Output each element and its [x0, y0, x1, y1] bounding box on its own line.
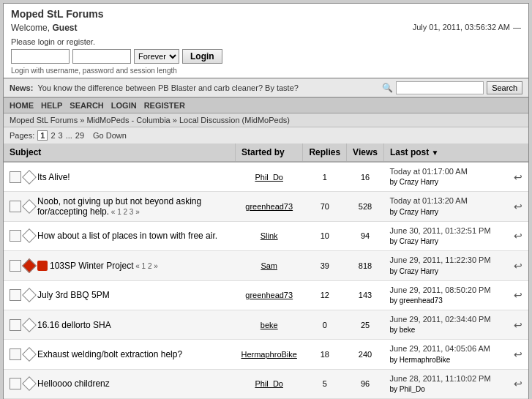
last-post-cell: June 29, 2011, 04:05:06 AMby HermaphroBi…: [383, 340, 528, 368]
started-by-link[interactable]: HermaphroBike: [241, 350, 296, 359]
last-post-info: June 29, 2011, 02:34:40 PMby beke: [389, 314, 490, 335]
views-cell: 16: [347, 162, 384, 192]
last-post-by-link[interactable]: by HermaphroBike: [389, 356, 450, 364]
last-post-by-link[interactable]: by beke: [389, 326, 415, 334]
post-status-icon: [10, 348, 21, 360]
please-login: Please login or register.: [11, 37, 413, 46]
search-input[interactable]: [396, 81, 484, 94]
th-replies: Replies: [303, 143, 347, 162]
last-post-cell: Today at 01:17:00 AMby Crazy Harry↩: [383, 163, 528, 191]
views-cell: 818: [347, 251, 384, 280]
started-by-cell: Slink: [235, 221, 302, 250]
started-by-link[interactable]: Slink: [261, 231, 278, 240]
subject-link[interactable]: 103SP Winter Project « 1 2 »: [50, 261, 158, 271]
subject-link[interactable]: 16.16 dellorto SHA: [37, 320, 111, 330]
post-status-icon: [10, 319, 21, 331]
replies-cell: 12: [303, 280, 347, 310]
th-subject: Subject: [4, 143, 235, 162]
last-post-by-link[interactable]: by Crazy Harry: [389, 178, 438, 186]
table-row: Noob, not giving up but not beyond askin…: [4, 192, 528, 221]
go-to-last-post-icon[interactable]: ↩: [514, 378, 522, 389]
post-status-icon: [10, 378, 21, 389]
replies-cell: 0: [303, 310, 347, 339]
breadcrumb-home[interactable]: Moped StL Forums: [10, 116, 78, 124]
page-current[interactable]: 1: [37, 130, 48, 141]
go-down[interactable]: Go Down: [93, 131, 127, 140]
go-to-last-post-icon[interactable]: ↩: [514, 348, 522, 360]
post-status-icon: [10, 201, 21, 212]
views-cell: 94: [347, 221, 384, 250]
post-status-icon: [10, 230, 21, 242]
go-to-last-post-icon[interactable]: ↩: [514, 171, 522, 183]
subject-link[interactable]: Exhaust welding/bolt extraction help?: [37, 349, 182, 359]
started-by-link[interactable]: Phil_Do: [255, 173, 283, 182]
last-post-info: June 29, 2011, 04:05:06 AMby HermaphroBi…: [389, 343, 490, 365]
th-last-post[interactable]: Last post ▼: [383, 143, 528, 162]
diamond-icon: [23, 378, 35, 389]
last-post-date: June 30, 2011, 01:32:51 PM: [389, 225, 490, 236]
started-by-link[interactable]: Phil_Do: [255, 379, 283, 388]
nav-register[interactable]: REGISTER: [144, 101, 185, 110]
username-input[interactable]: [11, 49, 70, 64]
table-row: Helloooo childrenzPhil_Do596June 28, 201…: [4, 369, 528, 398]
page-3[interactable]: 3: [59, 131, 63, 140]
nav-search[interactable]: SEARCH: [70, 101, 103, 110]
breadcrumb-mid[interactable]: MidMoPeds - Columbia: [86, 116, 170, 124]
page-29[interactable]: 29: [75, 131, 84, 140]
nav-help[interactable]: HELP: [41, 101, 62, 110]
login-button[interactable]: Login: [182, 49, 222, 64]
last-post-info: June 29, 2011, 11:22:30 PMby Crazy Harry: [389, 255, 490, 276]
go-to-last-post-icon[interactable]: ↩: [514, 289, 522, 301]
search-button[interactable]: Search: [487, 81, 522, 94]
nav-home[interactable]: HOME: [10, 101, 34, 110]
pages-bar: Pages: 1 2 3 ... 29 Go Down: [4, 127, 528, 143]
nav-login[interactable]: LOGIN: [111, 101, 137, 110]
subject-link[interactable]: July 3rd BBQ 5PM: [37, 290, 110, 300]
last-post-cell: June 29, 2011, 11:22:30 PMby Crazy Harry…: [383, 251, 528, 280]
magnifier-icon: 🔍: [382, 83, 393, 93]
last-post-date: June 29, 2011, 04:05:06 AM: [389, 343, 490, 354]
last-post-by-link[interactable]: by Phil_Do: [389, 385, 424, 393]
password-input[interactable]: [72, 49, 131, 64]
post-status-icon: [10, 289, 21, 301]
table-row: 16.16 dellorto SHAbeke025June 29, 2011, …: [4, 310, 528, 339]
started-by-link[interactable]: greenhead73: [245, 291, 293, 299]
started-by-link[interactable]: beke: [261, 321, 278, 329]
go-to-last-post-icon[interactable]: ↩: [514, 319, 522, 331]
diamond-icon: [23, 260, 35, 272]
welcome-line: Welcome, Guest: [11, 23, 413, 33]
page-2[interactable]: 2: [50, 131, 55, 140]
subject-link[interactable]: Noob, not giving up but not beyond askin…: [37, 196, 229, 217]
go-to-last-post-icon[interactable]: ↩: [514, 201, 522, 212]
views-cell: 96: [347, 369, 384, 398]
last-post-by-link[interactable]: by Crazy Harry: [389, 267, 438, 275]
th-started-by: Started by: [235, 143, 302, 162]
go-to-last-post-icon[interactable]: ↩: [514, 260, 522, 272]
table-row: Exhaust welding/bolt extraction help?Her…: [4, 340, 528, 369]
last-post-by-link[interactable]: by Crazy Harry: [389, 237, 438, 245]
breadcrumb-local[interactable]: Local Discussion (MidMoPeds): [179, 116, 290, 124]
go-to-last-post-icon[interactable]: ↩: [514, 230, 522, 242]
last-post-date: June 28, 2011, 11:10:02 PM: [389, 373, 490, 384]
started-by-link[interactable]: greenhead73: [245, 202, 293, 211]
table-row: July 3rd BBQ 5PMgreenhead7312143June 29,…: [4, 280, 528, 310]
last-post-by-link[interactable]: by Crazy Harry: [389, 208, 438, 216]
post-status-icon: [10, 171, 21, 183]
replies-cell: 5: [303, 369, 347, 398]
started-by-link[interactable]: Sam: [261, 261, 277, 270]
views-cell: 143: [347, 280, 384, 310]
session-select[interactable]: Forever: [134, 49, 179, 64]
subject-pages: « 1 2 3 »: [109, 208, 140, 216]
subject-link[interactable]: Its Alive!: [37, 172, 70, 182]
subject-cell: Noob, not giving up but not beyond askin…: [4, 192, 235, 221]
replies-cell: 39: [303, 251, 347, 280]
subject-link[interactable]: How about a list of places in town with …: [37, 231, 217, 241]
last-post-date: June 29, 2011, 08:50:20 PM: [389, 285, 490, 296]
started-by-cell: Sam: [235, 251, 302, 280]
last-post-by-link[interactable]: by greenhead73: [389, 297, 442, 305]
started-by-cell: beke: [235, 310, 302, 339]
breadcrumb: Moped StL Forums » MidMoPeds - Columbia …: [4, 113, 528, 127]
subject-link[interactable]: Helloooo childrenz: [37, 379, 110, 389]
current-date: July 01, 2011, 03:56:32 AM: [413, 23, 510, 31]
diamond-icon: [23, 201, 35, 212]
